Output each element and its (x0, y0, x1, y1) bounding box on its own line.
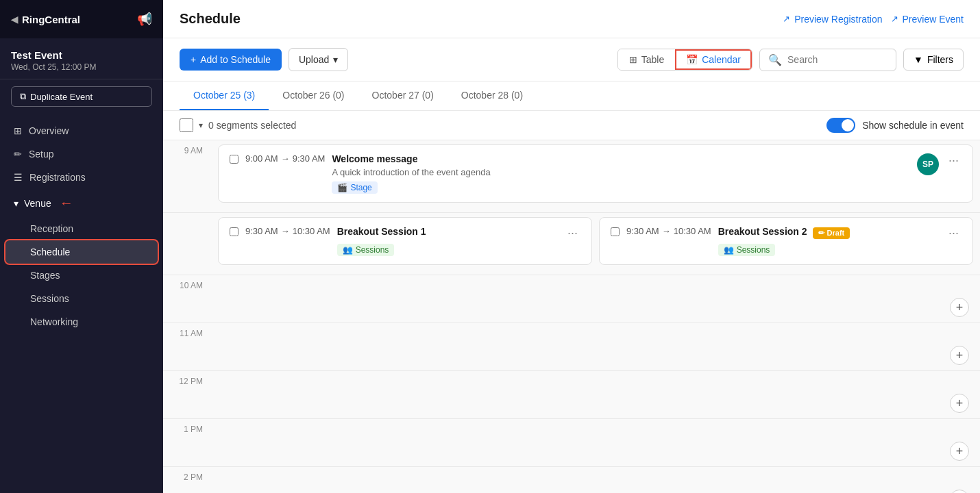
event-title-breakout1: Breakout Session 1 (337, 226, 558, 237)
add-event-10am[interactable]: + (950, 298, 969, 317)
sidebar-logo[interactable]: ◀ RingCentral (11, 14, 80, 25)
event-checkbox-breakout2[interactable] (611, 227, 620, 236)
search-input[interactable] (787, 54, 870, 65)
event-info: Test Event Wed, Oct 25, 12:00 PM (0, 38, 163, 79)
event-date: Wed, Oct 25, 12:00 PM (11, 62, 152, 72)
preview-event-link[interactable]: ↗ Preview Event (891, 14, 964, 25)
time-label-10am: 10 AM (163, 275, 211, 323)
schedule-header: ▾ 0 segments selected Show schedule in e… (163, 111, 980, 140)
red-arrow-icon: ← (60, 195, 73, 211)
show-schedule-toggle[interactable]: Show schedule in event (826, 118, 964, 133)
sidebar-item-networking[interactable]: Networking (0, 310, 163, 333)
plus-icon: + (191, 54, 196, 65)
time-label-2pm: 2 PM (163, 467, 211, 493)
tab-october-27[interactable]: October 27 (0) (358, 81, 448, 110)
date-tabs: October 25 (3) October 26 (0) October 27… (163, 81, 980, 111)
event-name: Test Event (11, 49, 152, 61)
filters-button[interactable]: ▼ Filters (903, 49, 964, 71)
calendar-view-button[interactable]: 📅 Calendar (675, 49, 752, 70)
time-content-930: 9:30 AM → 10:30 AM Breakout Session 1 👥 … (211, 213, 980, 275)
tab-october-26[interactable]: October 26 (0) (269, 81, 358, 110)
sidebar-item-registrations[interactable]: ☰ Registrations (0, 166, 163, 189)
schedule-area: 9 AM 9:00 AM → 9:30 AM Welcome message (163, 140, 980, 493)
ext-icon-2: ↗ (891, 14, 898, 24)
back-arrow-icon[interactable]: ◀ (11, 14, 18, 25)
event-info-breakout2: Breakout Session 2 ✏ Draft 👥 Sessio (718, 226, 939, 256)
time-content-1pm (211, 419, 980, 466)
topbar: Schedule ↗ Preview Registration ↗ Previe… (163, 0, 980, 38)
pencil-icon: ✏ (14, 149, 22, 160)
select-all-checkbox[interactable] (180, 118, 193, 132)
sidebar-item-schedule[interactable]: Schedule (5, 240, 158, 264)
ext-icon-1: ↗ (783, 14, 790, 24)
more-options-breakout2[interactable]: ··· (946, 226, 961, 240)
sidebar-item-stages[interactable]: Stages (0, 264, 163, 287)
time-slot-930: 9:30 AM → 10:30 AM Breakout Session 1 👥 … (163, 213, 980, 275)
event-header-breakout2: 9:30 AM → 10:30 AM Breakout Session 2 ✏ (611, 226, 961, 256)
grid-icon: ⊞ (14, 125, 22, 136)
table-icon: ⊞ (629, 54, 637, 65)
time-slot-11am: 11 AM + (163, 323, 980, 371)
time-slot-1pm: 1 PM + (163, 419, 980, 467)
duplicate-event-button[interactable]: ⧉ Duplicate Event (11, 86, 152, 107)
time-content-11am (211, 323, 980, 370)
event-tag-sessions1: 👥 Sessions (337, 244, 395, 256)
event-title-breakout2: Breakout Session 2 (718, 226, 807, 237)
time-label-9am: 9 AM (163, 140, 211, 212)
time-content-12pm (211, 371, 980, 418)
pencil-icon: ✏ (818, 229, 824, 238)
view-toggle: ⊞ Table 📅 Calendar (617, 49, 752, 71)
megaphone-icon: 📢 (137, 12, 152, 27)
event-time-breakout1: 9:30 AM → 10:30 AM (245, 226, 330, 236)
dropdown-arrow-icon: ▾ (199, 121, 203, 130)
add-event-11am[interactable]: + (950, 346, 969, 365)
event-card-breakout2: 9:30 AM → 10:30 AM Breakout Session 2 ✏ (599, 217, 973, 265)
time-slot-12pm: 12 PM + (163, 371, 980, 419)
add-event-1pm[interactable]: + (950, 442, 969, 461)
event-info-breakout1: Breakout Session 1 👥 Sessions (337, 226, 558, 256)
add-to-schedule-button[interactable]: + Add to Schedule (180, 49, 282, 71)
sessions-icon-2: 👥 (724, 245, 734, 255)
time-label-12pm: 12 PM (163, 371, 211, 418)
sidebar-item-sessions[interactable]: Sessions (0, 287, 163, 310)
avatar-sp: SP (917, 153, 939, 175)
time-label-11am: 11 AM (163, 323, 211, 370)
sessions-icon: 👥 (343, 245, 353, 255)
event-checkbox-breakout1[interactable] (230, 227, 238, 236)
copy-icon: ⧉ (20, 91, 26, 102)
upload-button[interactable]: Upload ▾ (289, 48, 348, 71)
add-event-12pm[interactable]: + (950, 394, 969, 413)
more-options-breakout1[interactable]: ··· (565, 226, 580, 240)
time-content-9am: 9:00 AM → 9:30 AM Welcome message A quic… (211, 140, 980, 212)
show-schedule-switch[interactable] (826, 118, 855, 133)
event-desc-welcome: A quick introduction of the event agenda (332, 167, 910, 177)
logo-text: RingCentral (22, 14, 80, 25)
time-slot-9am: 9 AM 9:00 AM → 9:30 AM Welcome message (163, 140, 980, 213)
event-time-welcome: 9:00 AM → 9:30 AM (245, 153, 325, 164)
toolbar: + Add to Schedule Upload ▾ ⊞ Table 📅 Cal… (163, 38, 980, 81)
table-view-button[interactable]: ⊞ Table (618, 49, 675, 70)
sidebar-item-venue[interactable]: ▾ Venue ← (0, 189, 163, 217)
more-options-welcome[interactable]: ··· (946, 153, 961, 168)
event-tag-sessions2: 👥 Sessions (718, 244, 776, 256)
sidebar-item-reception[interactable]: Reception (0, 217, 163, 240)
tab-october-25[interactable]: October 25 (3) (180, 81, 269, 110)
tab-october-28[interactable]: October 28 (0) (448, 81, 537, 110)
sidebar: ◀ RingCentral 📢 Test Event Wed, Oct 25, … (0, 0, 163, 493)
event-tag-stage: 🎬 Stage (332, 181, 377, 194)
event-checkbox-welcome[interactable] (230, 155, 238, 164)
time-content-10am (211, 275, 980, 323)
time-label-1pm: 1 PM (163, 419, 211, 466)
list-icon: ☰ (14, 172, 23, 183)
preview-registration-link[interactable]: ↗ Preview Registration (783, 14, 882, 25)
event-time-breakout2: 9:30 AM → 10:30 AM (626, 226, 711, 236)
event-title-welcome: Welcome message (332, 153, 910, 164)
main-content: Schedule ↗ Preview Registration ↗ Previe… (163, 0, 980, 493)
time-slot-2pm: 2 PM + (163, 467, 980, 493)
event-header-breakout1: 9:30 AM → 10:30 AM Breakout Session 1 👥 … (230, 226, 580, 256)
breakout-sessions: 9:30 AM → 10:30 AM Breakout Session 1 👥 … (218, 217, 973, 270)
segments-info: ▾ 0 segments selected (180, 118, 296, 132)
search-box[interactable]: 🔍 (759, 49, 896, 71)
sidebar-item-setup[interactable]: ✏ Setup (0, 142, 163, 166)
sidebar-item-overview[interactable]: ⊞ Overview (0, 119, 163, 142)
